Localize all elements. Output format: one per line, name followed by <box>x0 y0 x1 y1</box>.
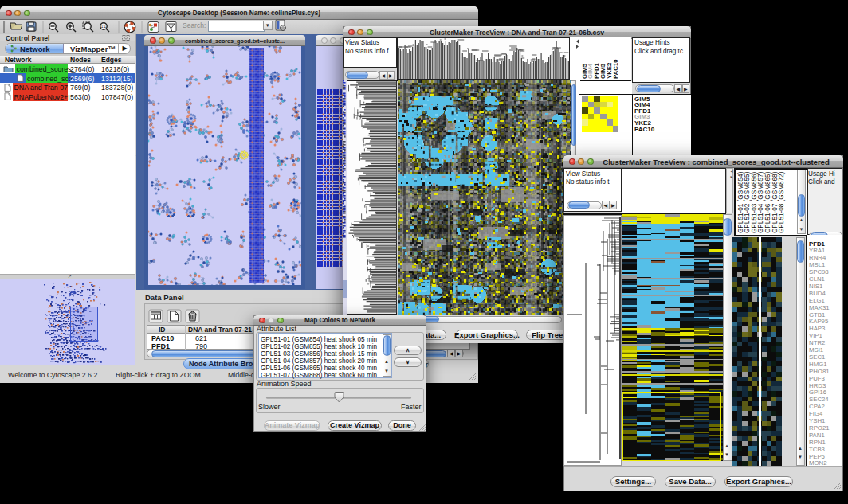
svg-text:1:1: 1:1 <box>101 25 107 29</box>
svg-text:GPL51-08 (GSM872): GPL51-08 (GSM872) <box>778 171 785 233</box>
svg-text:PAC10: PAC10 <box>612 59 619 79</box>
